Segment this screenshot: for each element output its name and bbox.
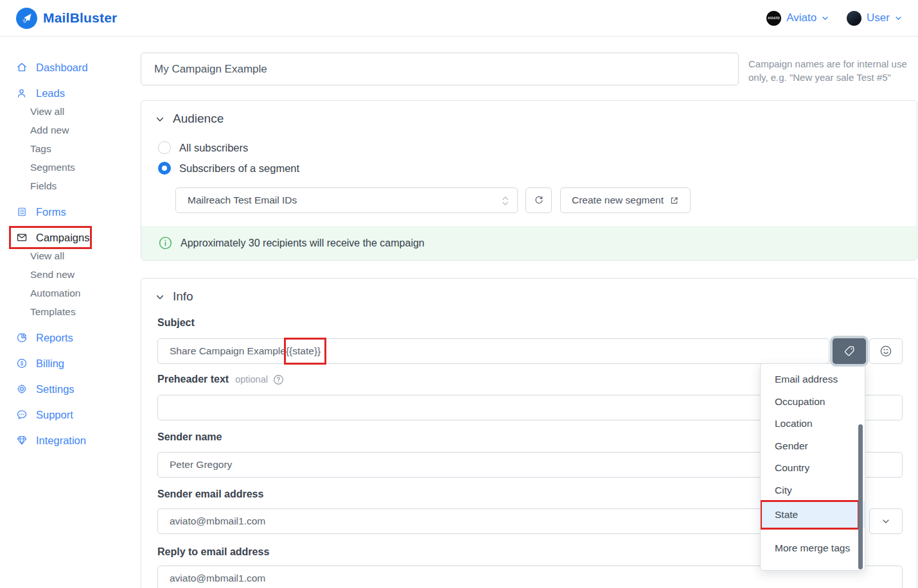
dropdown-item-occupation[interactable]: Occupation — [761, 391, 865, 413]
forms-icon — [15, 207, 28, 217]
radio-subscribers-of-segment[interactable]: Subscribers of a segment — [158, 162, 299, 175]
sidebar-item-automation[interactable]: Automation — [0, 286, 140, 300]
radio-unchecked-icon — [158, 141, 171, 154]
sidebar-item-tags[interactable]: Tags — [0, 142, 140, 156]
user-menu[interactable]: User — [847, 11, 902, 26]
sidebar-item-send-new[interactable]: Send new — [0, 268, 140, 282]
sidebar-item-reports[interactable]: Reports — [0, 329, 140, 347]
sidebar-item-billing[interactable]: $ Billing — [0, 354, 140, 372]
help-circle-icon[interactable] — [273, 374, 284, 385]
sidebar-item-support[interactable]: Support — [0, 406, 140, 424]
chevron-down-icon — [155, 115, 164, 124]
radio-all-subscribers[interactable]: All subscribers — [158, 141, 248, 154]
merge-tags-dropdown: Full name Email address Occupation Locat… — [760, 363, 865, 571]
sidebar-label: Support — [36, 409, 73, 421]
header-right: AVIATO Aviato User — [766, 11, 902, 26]
sidebar-item-integration[interactable]: Integration — [0, 431, 140, 449]
dropdown-item-city[interactable]: City — [761, 480, 865, 502]
subject-label: Subject — [157, 317, 195, 329]
campaign-name-input[interactable] — [141, 53, 739, 85]
info-section-toggle[interactable]: Info — [155, 290, 193, 304]
subject-merge-tag: {{state}} — [286, 345, 321, 357]
merge-tags-button[interactable] — [833, 338, 866, 364]
radio-label: All subscribers — [179, 142, 248, 154]
pie-chart-icon — [15, 332, 28, 343]
sender-email-input[interactable] — [157, 508, 861, 534]
dropdown-item-email-address[interactable]: Email address — [761, 368, 865, 391]
account-name: Aviato — [786, 12, 816, 24]
sidebar-item-templates[interactable]: Templates — [0, 305, 140, 319]
dropdown-item-location[interactable]: Location — [761, 413, 865, 435]
chevron-down-icon — [881, 517, 890, 526]
sidebar-item-segments[interactable]: Segments — [0, 160, 140, 175]
sidebar-label: Forms — [36, 206, 66, 218]
subject-row: Share Campaign Example{{state}} — [157, 338, 903, 364]
sidebar-item-campaigns[interactable]: Campaigns — [0, 229, 140, 246]
info-circle-icon — [159, 236, 172, 250]
svg-text:$: $ — [20, 360, 23, 367]
sidebar-item-forms[interactable]: Forms — [0, 203, 140, 221]
sidebar-nav: Dashboard Leads View all Add new Tags Se… — [0, 37, 140, 588]
chat-bubble-icon — [15, 409, 28, 420]
sidebar-label: Leads — [36, 87, 65, 99]
create-new-segment-button[interactable]: Create new segment — [560, 187, 691, 213]
radio-checked-icon — [158, 162, 171, 175]
brand[interactable]: MailBluster — [16, 8, 117, 29]
sidebar-label: Settings — [36, 383, 75, 395]
dropdown-item-full-name[interactable]: Full name — [761, 363, 865, 368]
account-menu[interactable]: AVIATO Aviato — [766, 11, 829, 26]
dropdown-item-country[interactable]: Country — [761, 457, 865, 480]
preheader-optional-badge: optional — [235, 374, 268, 385]
audience-card: Audience All subscribers Subscribers of … — [141, 100, 917, 261]
dropdown-scrollbar[interactable] — [858, 424, 863, 569]
chevron-down-icon — [895, 15, 902, 22]
mailbluster-app: MailBluster AVIATO Aviato User Dashboard — [0, 0, 918, 588]
sidebar-item-dashboard[interactable]: Dashboard — [0, 58, 140, 76]
subject-input[interactable]: Share Campaign Example{{state}} — [157, 338, 829, 364]
refresh-segments-button[interactable] — [525, 187, 552, 213]
sidebar-label: Dashboard — [36, 62, 88, 74]
home-icon — [15, 62, 28, 73]
person-icon — [15, 88, 28, 99]
sender-email-dropdown-button[interactable] — [869, 508, 903, 534]
refresh-icon — [534, 195, 544, 205]
dropdown-item-gender[interactable]: Gender — [761, 435, 865, 458]
sidebar-item-fields[interactable]: Fields — [0, 179, 140, 193]
segment-select-value: Mailreach Test Email IDs — [188, 195, 297, 206]
subject-text: Share Campaign Example — [170, 345, 286, 357]
gem-icon — [15, 435, 28, 446]
sidebar-label: Campaigns — [36, 232, 89, 244]
sidebar-item-leads-view-all[interactable]: View all — [0, 105, 140, 119]
external-link-icon — [669, 196, 679, 205]
dropdown-item-state[interactable]: State — [761, 501, 865, 528]
sender-name-label: Sender name — [157, 431, 222, 443]
account-avatar: AVIATO — [766, 11, 781, 26]
sidebar-item-leads[interactable]: Leads — [0, 84, 140, 102]
sidebar-item-campaigns-view-all[interactable]: View all — [0, 249, 140, 263]
chevron-down-icon — [155, 293, 164, 302]
brand-name: MailBluster — [43, 10, 117, 26]
reply-to-label: Reply to email address — [157, 546, 269, 558]
campaign-name-hint: Campaign names are for internal use only… — [748, 58, 918, 84]
create-segment-label: Create new segment — [572, 195, 664, 206]
top-header: MailBluster AVIATO Aviato User — [0, 0, 918, 37]
select-updown-icon — [502, 195, 509, 210]
sidebar-label: Billing — [36, 358, 64, 370]
dropdown-item-more-merge-tags[interactable]: More merge tags — [761, 536, 865, 560]
chevron-down-icon — [822, 15, 829, 22]
tag-icon — [843, 345, 856, 358]
emoji-button[interactable] — [869, 338, 903, 364]
sidebar-item-settings[interactable]: Settings — [0, 380, 140, 398]
user-avatar — [847, 11, 861, 26]
info-title: Info — [173, 290, 193, 304]
sender-email-label: Sender email address — [157, 489, 263, 500]
envelope-icon — [15, 232, 28, 243]
sidebar-label: Reports — [36, 332, 73, 344]
audience-section-toggle[interactable]: Audience — [155, 112, 224, 126]
gear-icon — [15, 383, 28, 395]
recipients-notice: Approximately 30 recipients will receive… — [141, 226, 917, 260]
user-name: User — [867, 12, 890, 24]
segment-select[interactable]: Mailreach Test Email IDs — [175, 187, 518, 213]
sidebar-item-leads-add-new[interactable]: Add new — [0, 123, 140, 137]
preheader-label-row: Preheader text optional — [157, 374, 284, 385]
